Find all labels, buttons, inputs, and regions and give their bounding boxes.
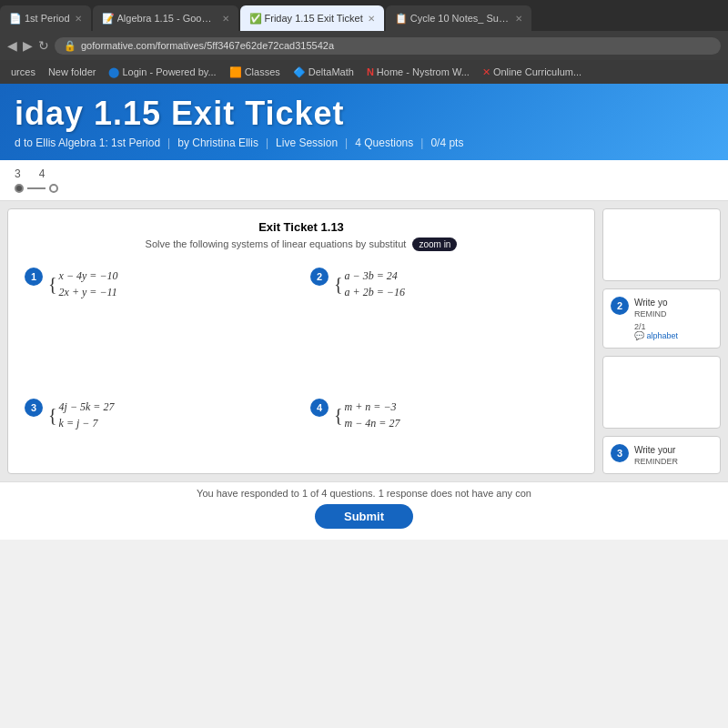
submit-button[interactable]: Submit [315, 504, 413, 529]
page-header: iday 1.15 Exit Ticket d to Ellis Algebra… [0, 84, 728, 160]
tab-close-2[interactable]: ✕ [222, 14, 229, 24]
bookmark-icon: 🟧 [229, 66, 242, 78]
eq-1-2: 2x + y = −11 [59, 284, 118, 300]
problem-num-2: 2 [310, 268, 329, 286]
subtitle-div4: | [420, 136, 423, 149]
problem-content-3: { 4j − 5k = 27 k = j − 7 [48, 399, 114, 431]
bookmark-label: Login - Powered by... [122, 66, 216, 77]
bookmark-icon: 🔷 [293, 66, 306, 78]
sidebar-question-3-box: 3 Write your REMINDER [602, 436, 721, 474]
tab-icon-3: ✅ [249, 13, 260, 24]
sidebar-q3-num: 3 [611, 444, 629, 462]
brace-4: { [334, 406, 343, 424]
subtitle-div3: | [345, 136, 348, 149]
problem-3: 3 { 4j − 5k = 27 k = j − 7 [19, 393, 298, 437]
tab-label-3: Friday 1.15 Exit Ticket [265, 13, 363, 24]
spacer-1 [19, 313, 298, 386]
problem-num-1: 1 [25, 268, 43, 286]
bookmark-icon: ✕ [482, 66, 490, 78]
bookmark-new-folder[interactable]: New folder [45, 66, 100, 78]
subtitle-class: d to Ellis Algebra 1: 1st Period [15, 136, 160, 149]
address-bar[interactable]: 🔒 goformative.com/formatives/5ff3467e62d… [55, 37, 721, 55]
sidebar-q2-num: 2 [611, 297, 629, 315]
sidebar-answer-box-2 [602, 356, 721, 429]
bookmark-label: urces [11, 66, 35, 77]
bookmark-label: Home - Nystrom W... [377, 66, 470, 77]
spacer-2 [305, 313, 583, 386]
progress-step1: 3 [15, 167, 21, 180]
subtitle-session: Live Session [276, 136, 338, 149]
bookmark-nystrom[interactable]: N Home - Nystrom W... [363, 66, 473, 78]
tab-close-3[interactable]: ✕ [368, 14, 375, 24]
sidebar-q2-text: Write yo [634, 297, 713, 309]
tab-cycle-notes[interactable]: 📋 Cycle 10 Notes_ Substi... ✕ [386, 5, 531, 31]
problem-content-2: { a − 3b = 24 a + 2b = −16 [334, 268, 405, 300]
problem-content-4: { m + n = −3 m − 4n = 27 [334, 399, 399, 431]
problem-4: 4 { m + n = −3 m − 4n = 27 [305, 393, 583, 437]
url-text: goformative.com/formatives/5ff3467e62de7… [81, 40, 334, 51]
bookmark-deltamath[interactable]: 🔷 DeltaMath [289, 66, 358, 79]
main-area: Exit Ticket 1.13 Solve the following sys… [0, 201, 728, 481]
tab-bar: 📄 1st Period ✕ 📝 Algebra 1.15 - Google D… [0, 0, 728, 31]
tab-icon-4: 📋 [395, 13, 406, 24]
problem-num-4: 4 [310, 399, 329, 417]
eq-3-2: k = j − 7 [59, 415, 115, 431]
page-title: iday 1.15 Exit Ticket [15, 95, 713, 133]
brace-2: { [334, 275, 343, 293]
eq-1-1: x − 4y = −10 [59, 268, 118, 284]
eq-4-2: m − 4n = 27 [345, 415, 400, 431]
tab-icon-2: 📝 [102, 13, 113, 24]
sidebar-q2-chat: 💬 alphabet [634, 331, 713, 340]
bookmark-resources[interactable]: urces [7, 66, 39, 78]
eq-2-2: a + 2b = −16 [345, 284, 405, 300]
progress-step2: 4 [39, 167, 46, 180]
sidebar-question-2: 2 Write yo REMIND [611, 297, 713, 318]
card-subtitle: Solve the following systems of linear eq… [19, 238, 583, 251]
progress-dots [15, 184, 58, 193]
subtitle-pts: 0/4 pts [430, 136, 463, 149]
bookmark-icon: N [367, 66, 374, 77]
problem-content-1: { x − 4y = −10 2x + y = −11 [48, 268, 118, 300]
bookmark-login[interactable]: ⬤ Login - Powered by... [105, 66, 219, 79]
progress-dot-1 [15, 184, 24, 193]
eq-3-1: 4j − 5k = 27 [59, 399, 115, 415]
subtitle-author: by Christina Ellis [177, 136, 258, 149]
brace-3: { [48, 406, 57, 424]
zoom-in-button[interactable]: zoom in [412, 238, 457, 251]
page-subtitle: d to Ellis Algebra 1: 1st Period | by Ch… [15, 136, 713, 155]
forward-button[interactable]: ▶ [23, 38, 33, 53]
tab-1st-period[interactable]: 📄 1st Period ✕ [0, 5, 91, 31]
tab-exit-ticket[interactable]: ✅ Friday 1.15 Exit Ticket ✕ [240, 5, 384, 31]
progress-section: 3 4 [0, 160, 728, 201]
browser-chrome: 📄 1st Period ✕ 📝 Algebra 1.15 - Google D… [0, 0, 728, 84]
bookmark-classes[interactable]: 🟧 Classes [226, 66, 284, 79]
progress-dot-2 [49, 184, 58, 193]
right-sidebar: 2 Write yo REMIND 2/1 💬 alphabet 3 [602, 208, 721, 474]
problem-num-3: 3 [25, 399, 43, 417]
bookmark-icon: ⬤ [108, 66, 119, 78]
back-button[interactable]: ◀ [7, 38, 17, 53]
progress-numbers: 3 4 [15, 167, 58, 180]
tab-close-4[interactable]: ✕ [515, 14, 522, 24]
bookmark-online-curriculum[interactable]: ✕ Online Curriculum... [479, 66, 585, 79]
sidebar-q3-text: Write your [634, 444, 678, 457]
sidebar-q2-reminder: REMIND [634, 309, 713, 318]
subtitle-div2: | [266, 136, 268, 149]
problem-1: 1 { x − 4y = −10 2x + y = −11 [19, 262, 298, 306]
bottom-bar: You have responded to 1 of 4 questions. … [0, 481, 728, 540]
problem-2: 2 { a − 3b = 24 a + 2b = −16 [305, 262, 583, 306]
lock-icon: 🔒 [64, 40, 76, 52]
progress-line-1 [27, 187, 46, 189]
sidebar-q3-reminder: REMINDER [634, 457, 678, 466]
page-content: iday 1.15 Exit Ticket d to Ellis Algebra… [0, 84, 728, 728]
tab-icon-1: 📄 [9, 13, 20, 24]
tab-google-docs[interactable]: 📝 Algebra 1.15 - Google Docs ✕ [93, 5, 238, 31]
problems-grid: 1 { x − 4y = −10 2x + y = −11 2 [19, 262, 583, 437]
sidebar-q2-page: 2/1 [634, 322, 713, 331]
card-title: Exit Ticket 1.13 [19, 220, 583, 234]
address-bar-row: ◀ ▶ ↻ 🔒 goformative.com/formatives/5ff34… [0, 31, 728, 60]
tab-label-4: Cycle 10 Notes_ Substi... [410, 13, 511, 24]
bookmark-label: New folder [48, 66, 96, 77]
tab-close-1[interactable]: ✕ [75, 14, 82, 24]
reload-button[interactable]: ↻ [38, 38, 49, 53]
